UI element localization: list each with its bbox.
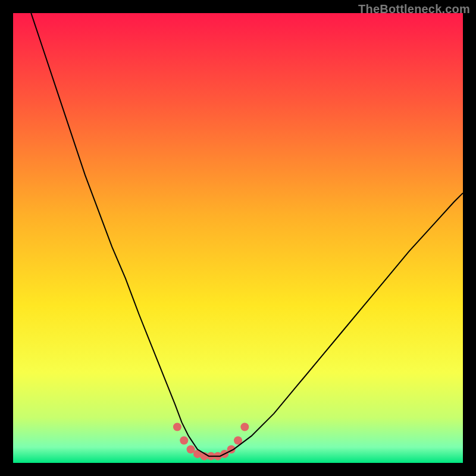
chart-frame: TheBottleneck.com [0, 0, 476, 476]
plot-area [13, 13, 463, 463]
watermark-text: TheBottleneck.com [358, 2, 470, 16]
gradient-background [13, 13, 463, 463]
marker-dot [180, 436, 188, 444]
marker-dot [240, 423, 249, 431]
marker-dot [173, 423, 181, 431]
chart-canvas [13, 13, 463, 463]
